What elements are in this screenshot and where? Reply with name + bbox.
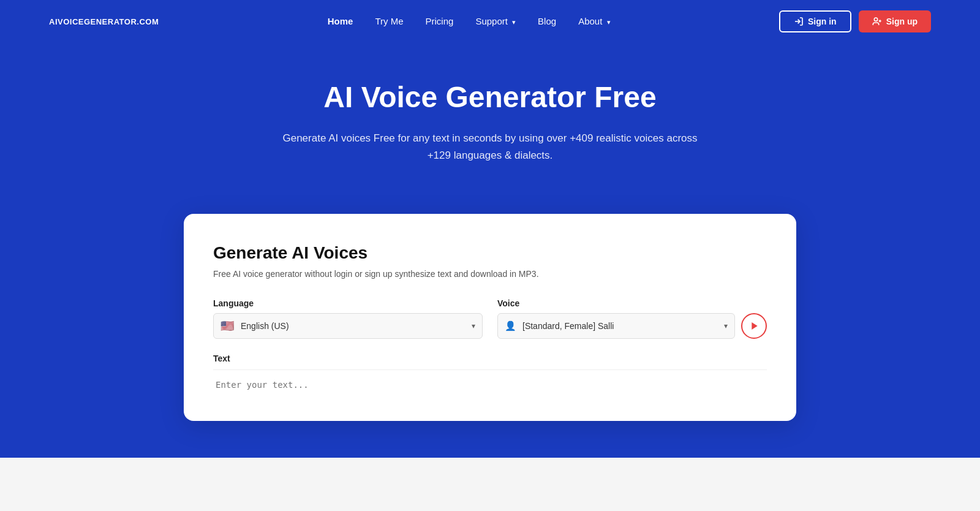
- signup-button[interactable]: Sign up: [859, 10, 931, 32]
- nav-menu: Home Try Me Pricing Support ▾ Blog About…: [319, 16, 619, 27]
- nav-item-blog[interactable]: Blog: [529, 16, 565, 27]
- text-label: Text: [213, 354, 767, 363]
- card-title: Generate AI Voices: [213, 243, 767, 263]
- bottom-section: [0, 458, 980, 511]
- hero-title: AI Voice Generator Free: [12, 80, 968, 115]
- nav-item-pricing[interactable]: Pricing: [417, 16, 462, 27]
- nav-link-support[interactable]: Support ▾: [467, 11, 524, 31]
- nav-link-tryme[interactable]: Try Me: [366, 11, 412, 31]
- navbar-actions: Sign in Sign up: [779, 10, 931, 32]
- voice-select[interactable]: [Standard, Female] Salli: [497, 313, 735, 339]
- text-input[interactable]: [213, 369, 767, 418]
- svg-point-1: [874, 18, 877, 21]
- voice-select-wrapper: 👤 [Standard, Female] Salli ▾: [497, 313, 735, 339]
- brand-logo: AIVOICEGENERATOR.COM: [49, 17, 159, 26]
- card-subtitle: Free AI voice generator without login or…: [213, 269, 767, 279]
- about-chevron-icon: ▾: [607, 18, 611, 26]
- language-label: Language: [213, 298, 483, 308]
- hero-section: AI Voice Generator Free Generate AI voic…: [0, 43, 980, 458]
- nav-item-about[interactable]: About ▾: [570, 16, 619, 27]
- play-voice-button[interactable]: [741, 313, 767, 339]
- nav-item-support[interactable]: Support ▾: [467, 16, 524, 27]
- language-select-wrapper: 🇺🇸 English (US) ▾: [213, 313, 483, 339]
- generator-card: Generate AI Voices Free AI voice generat…: [184, 214, 796, 421]
- language-group: Language 🇺🇸 English (US) ▾: [213, 298, 483, 339]
- svg-marker-4: [752, 322, 757, 330]
- voice-select-group: 👤 [Standard, Female] Salli ▾: [497, 313, 767, 339]
- signup-icon: [872, 17, 882, 26]
- hero-content: AI Voice Generator Free Generate AI voic…: [0, 43, 980, 214]
- voice-group: Voice 👤 [Standard, Female] Salli ▾: [497, 298, 767, 339]
- signin-icon: [794, 17, 804, 26]
- signin-button[interactable]: Sign in: [779, 10, 851, 32]
- hero-subtitle: Generate AI voices Free for any text in …: [270, 130, 710, 165]
- text-group: Text: [213, 354, 767, 421]
- nav-link-about[interactable]: About ▾: [570, 11, 619, 31]
- nav-item-tryme[interactable]: Try Me: [366, 16, 412, 27]
- voice-label: Voice: [497, 298, 767, 308]
- nav-link-home[interactable]: Home: [319, 11, 362, 31]
- nav-link-pricing[interactable]: Pricing: [417, 11, 462, 31]
- nav-item-home[interactable]: Home: [319, 16, 362, 27]
- language-select[interactable]: English (US): [213, 313, 483, 339]
- navbar: AIVOICEGENERATOR.COM Home Try Me Pricing…: [0, 0, 980, 43]
- form-row-language-voice: Language 🇺🇸 English (US) ▾ Voice 👤 [: [213, 298, 767, 339]
- support-chevron-icon: ▾: [512, 18, 516, 26]
- nav-link-blog[interactable]: Blog: [529, 11, 565, 31]
- play-icon: [750, 321, 760, 331]
